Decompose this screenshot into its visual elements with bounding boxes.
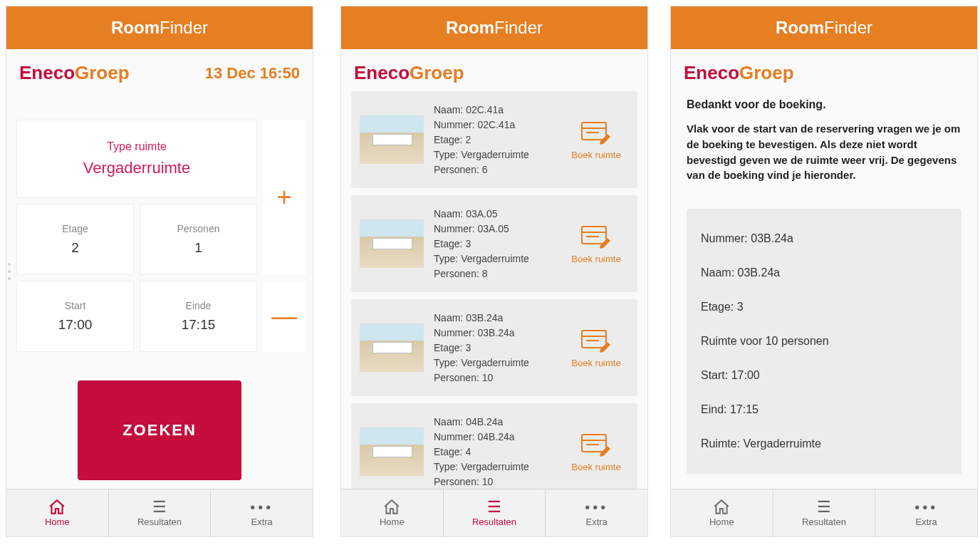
room-info: Naam: 03A.05 Nummer: 03A.05 Etage: 3 Typ… <box>434 207 563 281</box>
app-title-bold: Room <box>446 18 494 38</box>
bottom-tabs: Home ☰ Resultaten ••• Extra <box>671 489 977 536</box>
book-label: Boek ruimte <box>571 358 620 368</box>
start-label: Start <box>65 300 86 311</box>
booking-details: Nummer: 03B.24a Naam: 03B.24a Etage: 3 R… <box>687 209 961 474</box>
screen-confirmation: RoomFinder EnecoGroep Bedankt voor de bo… <box>670 6 978 537</box>
search-form: Type ruimte Vergaderruimte + Etage 2 Per… <box>6 91 313 352</box>
persons-value: 1 <box>194 240 202 256</box>
screen-results: RoomFinder EnecoGroep Naam: 02C.41a Numm… <box>340 6 648 537</box>
detail-etage: Etage: 3 <box>701 290 947 324</box>
room-thumbnail <box>360 323 424 372</box>
plus-icon: + <box>276 182 291 212</box>
tab-extra-label: Extra <box>586 517 608 527</box>
confirmation-message: Vlak voor de start van de reservering vr… <box>687 121 961 183</box>
tab-extra-label: Extra <box>916 517 937 527</box>
brand-logo: EnecoGroep <box>684 62 794 84</box>
book-room-button[interactable]: Boek ruimte <box>563 224 629 264</box>
result-item[interactable]: Naam: 04B.24a Nummer: 04B.24a Etage: 4 T… <box>351 403 637 489</box>
bottom-tabs: Home ☰ Resultaten ••• Extra <box>341 489 647 536</box>
brand-part-groep: Groep <box>75 62 130 83</box>
book-icon <box>579 120 613 145</box>
list-icon: ☰ <box>487 499 501 515</box>
tab-results[interactable]: ☰ Resultaten <box>444 489 546 536</box>
app-title-bold: Room <box>776 18 824 38</box>
home-icon <box>48 499 66 515</box>
app-titlebar: RoomFinder <box>341 6 647 49</box>
brand-row: EnecoGroep <box>671 49 977 91</box>
tab-extra[interactable]: ••• Extra <box>546 489 647 536</box>
brand-row: EnecoGroep 13 Dec 16:50 <box>6 49 313 91</box>
tab-results-label: Resultaten <box>802 517 846 527</box>
svg-rect-0 <box>582 123 606 140</box>
more-icon: ••• <box>250 499 273 515</box>
room-info: Naam: 03B.24a Nummer: 03B.24a Etage: 3 T… <box>434 311 563 385</box>
tab-home-label: Home <box>45 517 70 527</box>
tab-results-label: Resultaten <box>472 517 516 527</box>
page-indicator <box>6 263 12 280</box>
floor-picker[interactable]: Etage 2 <box>16 204 134 275</box>
search-button[interactable]: ZOEKEN <box>78 380 241 480</box>
home-icon <box>712 499 731 515</box>
book-icon <box>579 328 613 353</box>
tab-extra[interactable]: ••• Extra <box>875 489 977 536</box>
tab-results[interactable]: ☰ Resultaten <box>109 489 212 536</box>
book-room-button[interactable]: Boek ruimte <box>563 120 629 160</box>
detail-ruimte: Ruimte: Vergaderruimte <box>701 427 947 461</box>
brand-row: EnecoGroep <box>341 49 647 91</box>
room-thumbnail <box>360 219 424 268</box>
tab-results[interactable]: ☰ Resultaten <box>773 489 876 536</box>
room-info: Naam: 04B.24a Nummer: 04B.24a Etage: 4 T… <box>434 415 563 489</box>
decrement-button[interactable]: — <box>263 281 306 352</box>
tab-extra[interactable]: ••• Extra <box>211 489 313 536</box>
book-room-button[interactable]: Boek ruimte <box>563 432 629 472</box>
end-time-picker[interactable]: Einde 17:15 <box>140 281 257 352</box>
book-room-button[interactable]: Boek ruimte <box>563 328 629 368</box>
room-info: Naam: 02C.41a Nummer: 02C.41a Etage: 2 T… <box>434 103 563 177</box>
result-item[interactable]: Naam: 03A.05 Nummer: 03A.05 Etage: 3 Typ… <box>351 195 637 292</box>
tab-extra-label: Extra <box>251 517 273 527</box>
detail-start: Start: 17:00 <box>701 358 947 393</box>
confirmation-body: Bedankt voor de boeking. Vlak voor de st… <box>671 91 977 489</box>
app-title-thin: Finder <box>494 18 543 38</box>
results-list[interactable]: Naam: 02C.41a Nummer: 02C.41a Etage: 2 T… <box>341 91 647 489</box>
app-titlebar: RoomFinder <box>671 6 977 49</box>
list-icon: ☰ <box>817 499 831 515</box>
svg-rect-3 <box>582 227 606 244</box>
screen-home: RoomFinder EnecoGroep 13 Dec 16:50 Type … <box>6 6 313 537</box>
room-thumbnail <box>360 115 424 164</box>
tab-home-label: Home <box>709 517 734 527</box>
detail-personen: Ruimte voor 10 personen <box>701 324 947 358</box>
start-time-picker[interactable]: Start 17:00 <box>16 281 134 352</box>
tab-home[interactable]: Home <box>6 489 109 536</box>
floor-label: Etage <box>62 223 88 234</box>
search-button-wrap: ZOEKEN <box>6 352 313 489</box>
list-icon: ☰ <box>152 499 167 515</box>
more-icon: ••• <box>585 499 608 515</box>
tab-home[interactable]: Home <box>341 489 444 536</box>
thanks-text: Bedankt voor de boeking. <box>687 98 961 111</box>
app-title-thin: Finder <box>160 18 208 38</box>
book-label: Boek ruimte <box>571 150 620 160</box>
current-datetime: 13 Dec 16:50 <box>205 64 300 83</box>
home-icon <box>382 499 401 515</box>
tab-home[interactable]: Home <box>671 489 773 536</box>
end-label: Einde <box>186 300 212 311</box>
room-type-label: Type ruimte <box>107 140 167 153</box>
result-item[interactable]: Naam: 02C.41a Nummer: 02C.41a Etage: 2 T… <box>351 91 637 188</box>
room-type-picker[interactable]: Type ruimte Vergaderruimte <box>16 120 257 198</box>
brand-logo: EnecoGroep <box>354 62 464 84</box>
app-title-thin: Finder <box>824 18 872 38</box>
persons-picker[interactable]: Personen 1 <box>140 204 257 275</box>
result-item[interactable]: Naam: 03B.24a Nummer: 03B.24a Etage: 3 T… <box>351 299 637 396</box>
book-label: Boek ruimte <box>571 462 620 472</box>
app-title-bold: Room <box>111 18 160 38</box>
detail-eind: Eind: 17:15 <box>701 393 947 427</box>
floor-value: 2 <box>71 240 79 256</box>
brand-part-eneco: Eneco <box>19 62 75 83</box>
more-icon: ••• <box>914 499 938 515</box>
persons-label: Personen <box>177 223 220 234</box>
tab-results-label: Resultaten <box>137 517 182 527</box>
book-icon <box>579 224 613 249</box>
detail-naam: Naam: 03B.24a <box>701 256 947 290</box>
increment-button[interactable]: + <box>263 120 306 275</box>
